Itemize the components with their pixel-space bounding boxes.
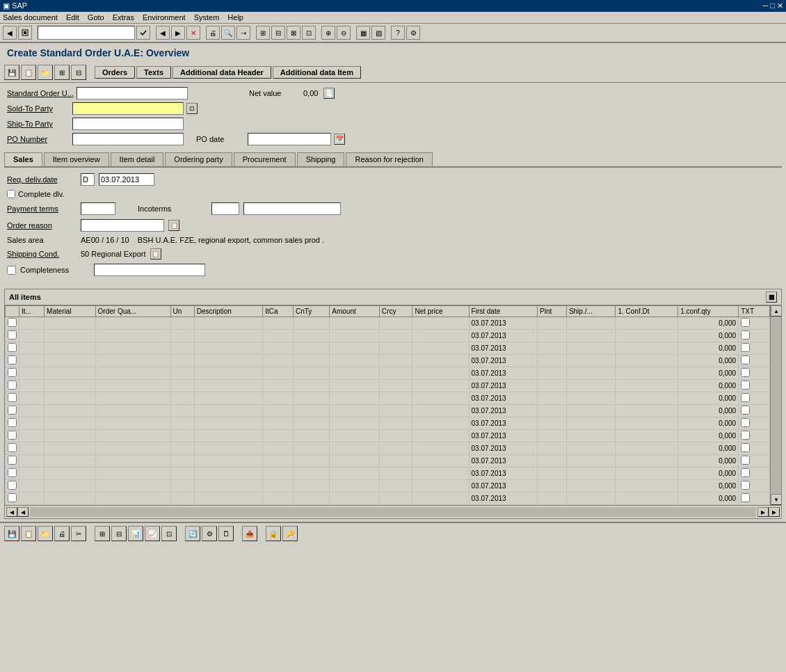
folder-toolbar-icon[interactable]: 📁 (38, 65, 53, 80)
sold-to-label[interactable]: Sold-To Party (7, 104, 70, 113)
help-icon[interactable]: ? (391, 26, 405, 40)
txt-checkbox[interactable] (741, 456, 750, 465)
bottom-icon-11[interactable]: 🔄 (185, 526, 200, 541)
tab-reason-rejection[interactable]: Reason for rejection (346, 152, 432, 166)
txt-checkbox[interactable] (741, 431, 750, 440)
next-icon[interactable]: ▶ (171, 26, 185, 40)
complete-dlv-checkbox[interactable] (7, 190, 15, 198)
bottom-icon-1[interactable]: 💾 (4, 526, 19, 541)
select-icon[interactable]: ▦ (356, 26, 370, 40)
bottom-icon-5[interactable]: ✂ (71, 526, 86, 541)
multi-icon3[interactable]: ⊠ (287, 26, 300, 40)
table-row[interactable]: 03.07.20130,000 (6, 367, 770, 380)
row-checkbox[interactable] (8, 368, 17, 377)
forward-icon[interactable] (18, 26, 32, 40)
prev-icon[interactable]: ◀ (156, 26, 170, 40)
txt-checkbox[interactable] (741, 343, 750, 352)
window-controls[interactable]: ─ □ ✕ (762, 1, 783, 10)
table-row[interactable]: 03.07.20130,000 (6, 480, 770, 493)
row-checkbox[interactable] (8, 443, 17, 452)
txt-checkbox[interactable] (741, 468, 750, 477)
row-checkbox[interactable] (8, 481, 17, 490)
menu-extras[interactable]: Extras (113, 13, 134, 22)
find-icon[interactable]: 🔍 (221, 26, 235, 40)
h-scroll-right2-btn[interactable]: ▶ (769, 507, 780, 517)
row-checkbox[interactable] (8, 406, 17, 415)
txt-checkbox[interactable] (741, 393, 750, 402)
row-checkbox[interactable] (8, 456, 17, 465)
menu-edit[interactable]: Edit (66, 13, 79, 22)
payment-terms-label[interactable]: Payment terms (7, 205, 77, 213)
shipping-cond-icon[interactable]: 📋 (150, 248, 161, 259)
ship-to-label[interactable]: Ship-To Party (7, 120, 70, 128)
txt-checkbox[interactable] (741, 330, 750, 339)
bottom-icon-7[interactable]: ⊟ (111, 526, 127, 541)
row-checkbox[interactable] (8, 343, 17, 352)
find-next-icon[interactable]: ⇢ (236, 26, 250, 40)
tab-sales[interactable]: Sales (4, 152, 42, 166)
nav-tab-additional-header[interactable]: Additional data Header (173, 66, 271, 79)
table-row[interactable]: 03.07.20130,000 (6, 330, 770, 342)
completeness-input[interactable] (94, 264, 205, 276)
bottom-icon-13[interactable]: 🗒 (218, 526, 234, 541)
scroll-down-btn[interactable]: ▼ (771, 494, 781, 505)
menu-system[interactable]: System (194, 13, 220, 22)
table-row[interactable]: 03.07.20130,000 (6, 455, 770, 467)
order-reason-icon[interactable]: 📋 (168, 220, 179, 231)
bottom-icon-8[interactable]: 📊 (128, 526, 143, 541)
bottom-icon-12[interactable]: ⚙ (202, 526, 217, 541)
table-row[interactable]: 03.07.20130,000 (6, 380, 770, 392)
incoterms-input1[interactable] (211, 202, 239, 215)
tab-ordering-party[interactable]: Ordering party (165, 152, 232, 166)
tab-item-overview[interactable]: Item overview (44, 152, 109, 166)
txt-checkbox[interactable] (741, 368, 750, 377)
row-checkbox[interactable] (8, 381, 17, 390)
h-scroll-right-btn[interactable]: ▶ (757, 507, 769, 517)
multi-sel-icon[interactable]: ⊞ (54, 65, 70, 80)
row-checkbox[interactable] (8, 493, 17, 502)
sold-to-input[interactable] (72, 102, 184, 115)
cancel-icon[interactable]: ✕ (186, 26, 200, 40)
bottom-icon-15[interactable]: 🔒 (266, 526, 281, 541)
menu-help[interactable]: Help (227, 13, 243, 22)
row-checkbox[interactable] (8, 431, 17, 440)
h-scroll-track[interactable] (30, 507, 756, 517)
multi-sel2-icon[interactable]: ⊟ (71, 65, 86, 80)
bottom-icon-3[interactable]: 📁 (38, 526, 53, 541)
po-number-label[interactable]: PO Number (7, 135, 70, 143)
req-deliv-label[interactable]: Req. deliv.date (7, 175, 77, 184)
txt-checkbox[interactable] (741, 443, 750, 452)
table-row[interactable]: 03.07.20130,000 (6, 430, 770, 442)
row-checkbox[interactable] (8, 355, 17, 365)
row-checkbox[interactable] (8, 393, 17, 402)
table-row[interactable]: 03.07.20130,000 (6, 392, 770, 405)
table-row[interactable]: 03.07.20130,000 (6, 355, 770, 367)
txt-checkbox[interactable] (741, 381, 750, 390)
collapse-icon[interactable]: ⊖ (337, 26, 351, 40)
menu-environment[interactable]: Environment (143, 13, 186, 22)
table-row[interactable]: 03.07.20130,000 (6, 467, 770, 480)
txt-checkbox[interactable] (741, 355, 750, 365)
nav-tab-additional-item[interactable]: Additional data Item (273, 66, 361, 79)
nav-tab-texts[interactable]: Texts (136, 66, 171, 79)
po-number-input[interactable] (72, 133, 184, 145)
print-icon[interactable]: 🖨 (206, 26, 220, 40)
txt-checkbox[interactable] (741, 406, 750, 415)
completeness-checkbox[interactable] (7, 266, 16, 275)
table-scroll-area[interactable]: It... Material Order Qua... Un Descripti… (5, 305, 770, 505)
table-row[interactable]: 03.07.20130,000 (6, 317, 770, 330)
table-row[interactable]: 03.07.20130,000 (6, 342, 770, 355)
accept-icon[interactable] (136, 26, 150, 40)
scroll-track[interactable] (771, 317, 781, 494)
txt-checkbox[interactable] (741, 481, 750, 490)
po-calendar-icon[interactable]: 📅 (334, 134, 345, 145)
standard-order-input[interactable] (77, 87, 188, 99)
tab-procurement[interactable]: Procurement (234, 152, 296, 166)
bottom-icon-9[interactable]: 📈 (145, 526, 160, 541)
scroll-up-btn[interactable]: ▲ (771, 305, 781, 317)
menu-goto[interactable]: Goto (88, 13, 104, 22)
multi-icon4[interactable]: ⊡ (302, 26, 316, 40)
nav-tab-orders[interactable]: Orders (95, 66, 135, 79)
sold-to-search-icon[interactable]: ⊡ (186, 103, 198, 114)
net-value-icon[interactable]: 📄 (323, 88, 335, 99)
